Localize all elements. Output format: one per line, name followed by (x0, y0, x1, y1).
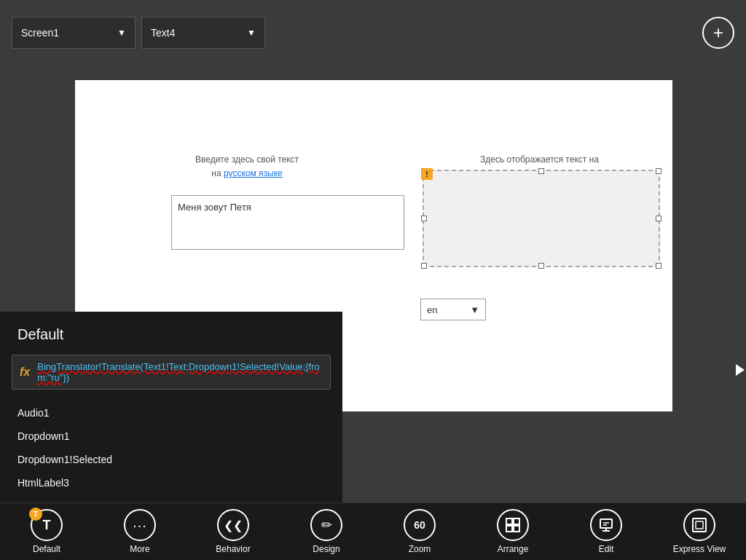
toolbar-item-express-view[interactable]: Express View (663, 503, 736, 560)
component-dropdown-arrow: ▼ (247, 28, 256, 38)
bottom-toolbar: T T Default ··· More ❮❮ Behavior ✏ Desig… (0, 502, 746, 560)
handle-bl (421, 263, 427, 269)
component-dropdown-value: Text4 (151, 27, 175, 39)
formula-text: BingTranslator!Translate(Text1!Text;Drop… (37, 361, 323, 383)
handle-bc (538, 263, 544, 269)
toolbar-label-default: Default (33, 544, 60, 554)
toolbar-label-behavior: Behavior (216, 544, 250, 554)
toolbar-icon-express-view (683, 509, 715, 541)
panel-title: Default (0, 312, 342, 352)
output-box[interactable] (423, 170, 660, 267)
svg-rect-2 (506, 526, 512, 532)
toolbar-item-default[interactable]: T T Default (10, 503, 83, 560)
russian-link[interactable]: русском языке (224, 168, 283, 178)
output-box-wrapper: ! (423, 170, 660, 267)
handle-tc (538, 168, 544, 174)
list-item-htmllabel3[interactable]: HtmlLabel3 (0, 471, 342, 494)
toolbar-item-zoom[interactable]: 60 Zoom (383, 503, 456, 560)
svg-rect-10 (696, 521, 703, 529)
formula-bar[interactable]: fx BingTranslator!Translate(Text1!Text;D… (12, 355, 331, 390)
svg-rect-9 (693, 518, 706, 532)
top-bar: Screen1 ▼ Text4 ▼ + (0, 0, 746, 66)
edit-svg (598, 517, 614, 533)
svg-rect-1 (514, 518, 519, 524)
toolbar-icon-design: ✏ (310, 509, 342, 541)
panel-list: Audio1 Dropdown1 Dropdown1!Selected Html… (0, 393, 342, 503)
toolbar-label-design: Design (313, 544, 339, 554)
fx-icon: fx (20, 366, 30, 379)
list-item-dropdown1[interactable]: Dropdown1 (0, 425, 342, 448)
handle-mr (656, 216, 661, 221)
toolbar-icon-behavior: ❮❮ (217, 509, 249, 541)
toolbar-label-express-view: Express View (673, 544, 726, 554)
screen-dropdown-arrow: ▼ (117, 28, 126, 38)
toolbar-icon-default: T T (31, 509, 63, 541)
svg-rect-4 (600, 519, 612, 528)
toolbar-label-edit: Edit (599, 544, 614, 554)
warning-badge: ! (421, 168, 433, 180)
arrange-svg (505, 517, 521, 533)
canvas-dropdown-arrow: ▼ (470, 304, 479, 315)
cursor-arrow (736, 364, 745, 376)
screen-dropdown[interactable]: Screen1 ▼ (12, 17, 136, 49)
screen-dropdown-value: Screen1 (21, 27, 59, 39)
toolbar-icon-arrange (497, 509, 529, 541)
toolbar-item-behavior[interactable]: ❮❮ Behavior (197, 503, 270, 560)
toolbar-icon-zoom: 60 (404, 509, 436, 541)
toolbar-label-more: More (130, 544, 149, 554)
toolbar-item-design[interactable]: ✏ Design (290, 503, 363, 560)
handle-tr (656, 168, 661, 174)
handle-ml (421, 216, 427, 221)
list-item-dropdown1-selected[interactable]: Dropdown1!Selected (0, 448, 342, 471)
add-button[interactable]: + (702, 17, 734, 49)
canvas-text-ru: Введите здесь свой текст на русском язык… (195, 153, 299, 181)
canvas-input-value: Меня зовут Петя (178, 202, 251, 213)
canvas-en-dropdown[interactable]: en ▼ (420, 299, 486, 320)
toolbar-icon-more: ··· (124, 509, 156, 541)
svg-rect-3 (514, 526, 519, 532)
canvas-input-box[interactable]: Меня зовут Петя (171, 195, 404, 250)
formula-underline: BingTranslator!Translate(Text1!Text;Drop… (37, 361, 320, 383)
canvas-area: Введите здесь свой текст на русском язык… (0, 66, 746, 509)
canvas-dropdown-value: en (427, 304, 437, 315)
handle-br (656, 263, 661, 269)
toolbar-icon-edit (590, 509, 622, 541)
svg-rect-0 (506, 518, 512, 524)
toolbar-item-edit[interactable]: Edit (570, 503, 643, 560)
toolbar-label-zoom: Zoom (409, 544, 431, 554)
toolbar-label-arrange: Arrange (498, 544, 529, 554)
list-item-audio1[interactable]: Audio1 (0, 401, 342, 425)
toolbar-item-arrange[interactable]: Arrange (476, 503, 549, 560)
toolbar-item-more[interactable]: ··· More (103, 503, 176, 560)
express-view-svg (691, 517, 707, 533)
component-dropdown[interactable]: Text4 ▼ (141, 17, 265, 49)
badge-t: T (29, 508, 42, 521)
